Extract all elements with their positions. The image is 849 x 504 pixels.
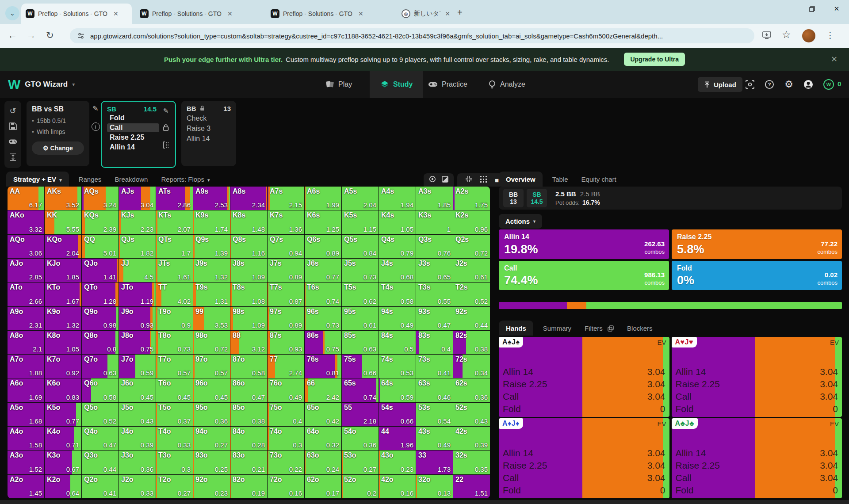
matrix-cell-63s[interactable]: 63s0.46 xyxy=(416,378,453,402)
matrix-cell-K3s[interactable]: K3s1 xyxy=(416,210,453,234)
matrix-cell-Q2s[interactable]: Q2s0.72 xyxy=(453,235,490,258)
matrix-cell-T9o[interactable]: T9o0.9 xyxy=(156,307,193,330)
matrix-cell-J7s[interactable]: J7s0.89 xyxy=(268,259,304,282)
matrix-cell-93s[interactable]: 93s0.47 xyxy=(416,307,453,330)
edit-pencil-icon[interactable]: ✎ xyxy=(92,104,98,113)
site-settings-icon[interactable] xyxy=(77,32,85,40)
account-icon[interactable] xyxy=(802,78,815,91)
matrix-cell-74s[interactable]: 74s0.53 xyxy=(379,355,416,378)
tab-close-icon[interactable]: ✕ xyxy=(227,10,233,17)
matrix-cell-Q5o[interactable]: Q5o0.52 xyxy=(82,403,119,426)
matrix-cell-64s[interactable]: 64s0.59 xyxy=(379,378,416,402)
matrix-cell-53s[interactable]: 53s0.54 xyxy=(416,403,453,426)
tab-strategy-ev[interactable]: Strategy + EV▾ xyxy=(6,172,69,187)
matrix-cell-77[interactable]: 772.74 xyxy=(268,355,304,378)
matrix-cell-92o[interactable]: 92o0.23 xyxy=(193,475,230,498)
practice-spot-icon[interactable] xyxy=(8,139,17,147)
screenshot-scan-icon[interactable] xyxy=(744,78,756,91)
matrix-cell-JJ[interactable]: JJ4.5 xyxy=(119,259,156,282)
matrix-cell-Q4o[interactable]: Q4o0.47 xyxy=(82,427,119,450)
nav-practice[interactable]: Practice xyxy=(428,71,467,98)
matrix-cell-K8s[interactable]: K8s1.48 xyxy=(230,210,267,234)
matrix-cell-T8s[interactable]: T8s1.08 xyxy=(230,283,267,306)
matrix-cell-AJo[interactable]: AJo2.85 xyxy=(8,259,44,282)
matrix-cell-74o[interactable]: 74o0.3 xyxy=(268,427,304,450)
split-tree-icon[interactable] xyxy=(163,141,169,150)
tab-close-icon[interactable]: ✕ xyxy=(358,10,363,17)
hand-card-A♠J♠[interactable]: A♠J♠EVAllin 143.04Raise 2.253.04Call3.04… xyxy=(499,337,669,417)
matrix-cell-K5o[interactable]: K5o0.77 xyxy=(45,403,81,426)
matrix-cell-J3s[interactable]: J3s0.65 xyxy=(416,259,453,282)
matrix-cell-A5o[interactable]: A5o1.68 xyxy=(8,403,44,426)
action-card-fold[interactable]: Fold 0% 0.02combos xyxy=(672,261,842,290)
matrix-cell-K3o[interactable]: K3o0.67 xyxy=(45,451,81,474)
matrix-cell-Q4s[interactable]: Q4s0.79 xyxy=(379,235,416,258)
matrix-cell-A6s[interactable]: A6s1.99 xyxy=(305,187,341,210)
sb-action-call[interactable]: Call xyxy=(107,123,159,132)
browser-tab-2[interactable]: W Preflop - Solutions - GTO Wizar ✕ xyxy=(135,4,246,24)
matrix-cell-T6s[interactable]: T6s0.74 xyxy=(305,283,341,306)
edit-pencil-icon[interactable]: ✎ xyxy=(163,107,169,115)
matrix-cell-76o[interactable]: 76o0.49 xyxy=(268,378,304,402)
matrix-cell-J5o[interactable]: J5o0.43 xyxy=(119,403,156,426)
matrix-cell-K7s[interactable]: K7s1.36 xyxy=(268,210,304,234)
tab-close-icon[interactable]: ✕ xyxy=(113,10,119,17)
matrix-cell-J2o[interactable]: J2o0.33 xyxy=(119,475,156,498)
tab-equity-chart[interactable]: Equity chart xyxy=(581,176,616,187)
matrix-cell-82s[interactable]: 82s0.38 xyxy=(453,331,490,354)
browser-menu-kebab-icon[interactable]: ⋮ xyxy=(826,30,834,40)
matrix-cell-62s[interactable]: 62s0.36 xyxy=(453,378,490,402)
matrix-cell-A3s[interactable]: A3s1.85 xyxy=(416,187,453,210)
matrix-cell-A6o[interactable]: A6o1.69 xyxy=(8,378,44,402)
matrix-cell-72s[interactable]: 72s0.34 xyxy=(453,355,490,378)
matrix-cell-KJo[interactable]: KJo1.85 xyxy=(45,259,81,282)
matrix-cell-86s[interactable]: 86s0.75 xyxy=(305,331,341,354)
upgrade-to-ultra-button[interactable]: Upgrade to Ultra xyxy=(624,53,685,66)
info-icon[interactable]: i xyxy=(92,122,100,131)
wizard-coin-icon[interactable]: W xyxy=(823,79,834,90)
matrix-cell-QTs[interactable]: QTs1.7 xyxy=(156,235,193,258)
matrix-cell-97s[interactable]: 97s0.89 xyxy=(268,307,304,330)
matrix-cell-T4s[interactable]: T4s0.58 xyxy=(379,283,416,306)
matrix-cell-65s[interactable]: 65s0.74 xyxy=(342,378,379,402)
matrix-cell-96o[interactable]: 96o0.45 xyxy=(193,378,230,402)
matrix-cell-T6o[interactable]: T6o0.45 xyxy=(156,378,193,402)
split-color-view-icon[interactable] xyxy=(442,176,448,184)
nav-study[interactable]: Study xyxy=(370,71,423,98)
compress-view-icon[interactable] xyxy=(465,176,472,184)
matrix-cell-75o[interactable]: 75o0.4 xyxy=(268,403,304,426)
matrix-cell-K5s[interactable]: K5s1.15 xyxy=(342,210,379,234)
matrix-cell-T7o[interactable]: T7o0.57 xyxy=(156,355,193,378)
browser-tab-4[interactable]: ◎ 新しいタブ ✕ xyxy=(397,4,455,24)
matrix-cell-A4o[interactable]: A4o1.58 xyxy=(8,427,44,450)
matrix-cell-JTo[interactable]: JTo1.19 xyxy=(119,283,156,306)
hand-card-A♦J♦[interactable]: A♦J♦EVAllin 143.04Raise 2.253.04Call3.04… xyxy=(499,418,669,498)
matrix-cell-KQo[interactable]: KQo2.04 xyxy=(45,235,81,258)
matrix-cell-96s[interactable]: 96s0.73 xyxy=(305,307,341,330)
actions-dropdown[interactable]: Actions ▾ xyxy=(499,214,542,229)
tab-hands[interactable]: Hands xyxy=(499,321,533,336)
matrix-cell-ATo[interactable]: ATo2.66 xyxy=(8,283,44,306)
matrix-cell-85o[interactable]: 85o0.38 xyxy=(230,403,267,426)
matrix-cell-54o[interactable]: 54o0.36 xyxy=(342,427,379,450)
window-minimize-button[interactable]: — xyxy=(775,0,799,18)
matrix-cell-Q6s[interactable]: Q6s0.89 xyxy=(305,235,341,258)
settings-gear-icon[interactable]: ⚙ xyxy=(783,78,795,91)
tab-reports-flops[interactable]: Reports: Flops▾ xyxy=(161,176,210,187)
matrix-cell-KJs[interactable]: KJs2.23 xyxy=(119,210,156,234)
matrix-cell-Q7s[interactable]: Q7s0.94 xyxy=(268,235,304,258)
matrix-cell-Q8s[interactable]: Q8s1.16 xyxy=(230,235,267,258)
matrix-cell-K9o[interactable]: K9o1.32 xyxy=(45,307,81,330)
bb-stack-chip[interactable]: BB 13 xyxy=(503,189,524,207)
matrix-cell-AA[interactable]: AA6.17 xyxy=(8,187,44,210)
matrix-cell-83s[interactable]: 83s0.4 xyxy=(416,331,453,354)
matrix-cell-A7s[interactable]: A7s2.15 xyxy=(268,187,304,210)
matrix-cell-K9s[interactable]: K9s1.74 xyxy=(193,210,230,234)
matrix-cell-84o[interactable]: 84o0.28 xyxy=(230,427,267,450)
matrix-cell-J4s[interactable]: J4s0.68 xyxy=(379,259,416,282)
matrix-cell-65o[interactable]: 65o0.42 xyxy=(305,403,341,426)
matrix-cell-KK[interactable]: KK5.55 xyxy=(45,210,81,234)
matrix-cell-64o[interactable]: 64o0.32 xyxy=(305,427,341,450)
matrix-cell-T2s[interactable]: T2s0.52 xyxy=(453,283,490,306)
forward-icon[interactable]: → xyxy=(27,30,36,41)
